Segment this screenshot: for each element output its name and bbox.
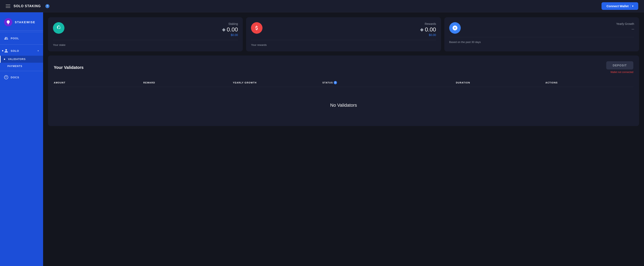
- sidebar-item-docs[interactable]: ? DOCS: [0, 72, 43, 82]
- payments-label: PAYMENTS: [8, 65, 22, 68]
- staking-label: Staking: [228, 22, 238, 26]
- rewards-card: Rewards ◆ 0.00 $0.00 Your rewards: [246, 17, 441, 51]
- sidebar-divider-3: [0, 71, 43, 71]
- connect-wallet-button[interactable]: Connect Wallet ▾: [602, 2, 638, 10]
- table-header-amount: AMOUNT: [54, 81, 142, 84]
- pool-label: POOL: [11, 37, 19, 40]
- validators-header: Your Validators DEPOSIT Wallet not conne…: [54, 61, 633, 74]
- staking-value: 0.00: [227, 26, 238, 33]
- sidebar-divider-1: [0, 32, 43, 32]
- staking-usd: $0.00: [231, 33, 238, 37]
- table-header-actions: ACTIONS: [546, 81, 633, 84]
- staking-card-top: Staking ◆ 0.00 $0.00: [53, 22, 238, 37]
- staking-eth-icon: ◆: [222, 27, 226, 32]
- staking-icon: [53, 22, 64, 34]
- yearly-growth-card-top: Yearly Growth –: [449, 22, 634, 34]
- yearly-growth-divider: [449, 37, 634, 37]
- validators-label: VALIDATORS: [8, 58, 26, 61]
- pool-icon: [4, 36, 8, 40]
- table-header-reward: REWARD: [143, 81, 231, 84]
- app-body: STAKEWISE POOL SOLO ▾: [0, 12, 644, 266]
- validators-card: Your Validators DEPOSIT Wallet not conne…: [48, 56, 639, 126]
- wallet-not-connected-text: Wallet not connected: [610, 71, 633, 74]
- staking-subtitle: Your stake: [53, 43, 238, 46]
- yearly-growth-subtitle: Based on the past 30 days: [449, 41, 634, 44]
- rewards-icon: [251, 22, 262, 34]
- deposit-button[interactable]: DEPOSIT: [606, 61, 633, 69]
- stats-row: Staking ◆ 0.00 $0.00 Your stake: [48, 17, 639, 51]
- rewards-usd: $0.00: [429, 33, 436, 37]
- staking-divider: [53, 40, 238, 40]
- docs-label: DOCS: [11, 76, 19, 79]
- sidebar-divider-2: [0, 44, 43, 45]
- sidebar-logo-icon: [4, 18, 12, 26]
- solo-icon: [4, 49, 8, 53]
- solo-dot: [2, 50, 3, 51]
- rewards-label: Rewards: [424, 22, 436, 26]
- validators-dot: [4, 59, 5, 60]
- header-left: SOLO STAKING ?: [6, 4, 50, 8]
- rewards-card-top: Rewards ◆ 0.00 $0.00: [251, 22, 436, 37]
- sidebar-logo[interactable]: STAKEWISE: [0, 14, 43, 31]
- sidebar-brand-name: STAKEWISE: [15, 21, 35, 24]
- app-header: SOLO STAKING ? Connect Wallet ▾: [0, 0, 644, 12]
- sidebar-item-pool[interactable]: POOL: [0, 33, 43, 43]
- rewards-value-container: ◆ 0.00: [420, 26, 436, 33]
- table-header-yearly-growth: YEARLY GROWTH: [233, 81, 321, 84]
- rewards-subtitle: Your rewards: [251, 43, 436, 46]
- sidebar-item-solo[interactable]: SOLO ▾: [0, 46, 43, 56]
- validators-title: Your Validators: [54, 65, 84, 70]
- validators-table-header: AMOUNT REWARD YEARLY GROWTH STATUS ? DUR…: [54, 79, 633, 87]
- app-title: SOLO STAKING: [14, 4, 41, 8]
- docs-icon: ?: [4, 75, 8, 79]
- solo-chevron-icon: ▾: [38, 50, 39, 52]
- sidebar: STAKEWISE POOL SOLO ▾: [0, 12, 43, 266]
- main-content: Staking ◆ 0.00 $0.00 Your stake: [43, 12, 644, 266]
- rewards-divider: [251, 40, 436, 40]
- no-validators-message: No Validators: [54, 90, 633, 120]
- sidebar-item-validators[interactable]: VALIDATORS: [0, 56, 43, 63]
- hamburger-menu[interactable]: [6, 5, 10, 8]
- yearly-growth-label: Yearly Growth: [616, 22, 634, 26]
- staking-card: Staking ◆ 0.00 $0.00 Your stake: [48, 17, 243, 51]
- rewards-value: 0.00: [425, 26, 436, 33]
- help-icon[interactable]: ?: [45, 4, 50, 8]
- solo-label: SOLO: [11, 49, 19, 52]
- staking-info: Staking ◆ 0.00 $0.00: [68, 22, 238, 37]
- table-header-duration: DURATION: [456, 81, 544, 84]
- staking-value-container: ◆ 0.00: [222, 26, 238, 33]
- connect-wallet-dropdown-arrow: ▾: [630, 5, 633, 8]
- yearly-growth-card: Yearly Growth – Based on the past 30 day…: [444, 17, 639, 51]
- yearly-growth-info: Yearly Growth –: [464, 22, 634, 32]
- status-help-icon[interactable]: ?: [334, 81, 337, 84]
- rewards-info: Rewards ◆ 0.00 $0.00: [266, 22, 436, 37]
- yearly-growth-icon: [449, 22, 461, 34]
- rewards-eth-icon: ◆: [420, 27, 424, 32]
- sidebar-item-payments[interactable]: PAYMENTS: [0, 63, 43, 70]
- validators-header-right: DEPOSIT Wallet not connected: [606, 61, 633, 74]
- table-header-status: STATUS ?: [322, 81, 454, 84]
- yearly-growth-value: –: [632, 26, 634, 32]
